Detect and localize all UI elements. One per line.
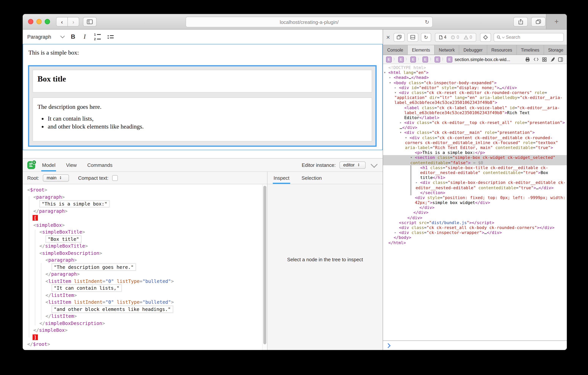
dom-tree-row[interactable]: ▾<div class="ck ck-reset ck-editor ck-ro…	[383, 90, 567, 95]
dom-tree-row[interactable]: <p>This is a simple box:</p>	[383, 150, 567, 155]
dom-tree-row[interactable]: </div>	[383, 215, 567, 220]
expand-arrow-down-icon[interactable]: ▾	[400, 130, 402, 135]
expand-arrow-down-icon[interactable]: ▾	[410, 155, 412, 160]
inspector-tab-model[interactable]: Model	[41, 158, 56, 171]
intro-paragraph[interactable]: This is a simple box:	[28, 49, 79, 56]
dom-tree-row[interactable]: ▸<div class="ck-inspector-wrapper">…</di…	[383, 230, 567, 235]
detach-button[interactable]	[394, 33, 405, 42]
devtools-tab-timelines[interactable]: Timelines	[517, 45, 544, 55]
tab-overview-button[interactable]	[531, 17, 546, 27]
collapse-inspector-icon[interactable]	[371, 161, 378, 168]
dom-tree-row[interactable]: ▾<div class="ck ck-editor__main" role="p…	[383, 130, 567, 135]
warning-count[interactable]: 0	[463, 35, 472, 39]
devtools-tab-console[interactable]: Console	[383, 45, 408, 55]
box-title[interactable]: Box title	[38, 74, 367, 84]
reload-icon[interactable]: ↻	[425, 19, 429, 25]
minimize-button[interactable]	[36, 19, 42, 24]
dom-tree-row[interactable]: </section>	[383, 190, 567, 195]
dom-tree-row[interactable]: </div>	[383, 210, 567, 215]
close-button[interactable]	[28, 19, 33, 24]
model-tree-row[interactable]: <paragraph>	[23, 257, 267, 264]
model-tree-row[interactable]: <simpleBox>	[23, 222, 267, 229]
dom-tree-row[interactable]: ▸<head>…</head>	[383, 75, 567, 80]
model-tree-row[interactable]: </paragraph>	[23, 271, 267, 278]
dom-tree-row[interactable]: corners ck-editor__editable_inline ck-fo…	[383, 140, 567, 145]
element-picker-button[interactable]	[480, 33, 491, 42]
devtools-tab-debugger[interactable]: Debugger	[459, 45, 487, 55]
expand-arrow-down-icon[interactable]: ▾	[389, 80, 391, 85]
breadcrumb-element-icon[interactable]: E	[410, 56, 416, 62]
devtools-tab-resources[interactable]: Resources	[487, 45, 517, 55]
close-devtools-button[interactable]: ✕	[386, 34, 390, 40]
dom-tree-row[interactable]: </div>	[383, 205, 567, 210]
simple-box-widget[interactable]: Box title The description goes here. It …	[28, 65, 377, 147]
devtools-reload-button[interactable]: ↻	[421, 33, 431, 42]
expand-arrow-right-icon[interactable]: ▸	[394, 85, 396, 90]
details-sidebar-icon[interactable]	[558, 57, 563, 62]
breadcrumb-element-icon[interactable]: E	[386, 56, 392, 62]
new-tab-button[interactable]: +	[546, 14, 567, 29]
model-tree-row[interactable]: <listItem listIndent="0" listType="bulle…	[23, 278, 267, 285]
expand-arrow-right-icon[interactable]: ▸	[416, 180, 418, 185]
dom-tree-row[interactable]: "application" dir="ltr" lang="en" aria-l…	[383, 95, 567, 100]
simple-box-description-area[interactable]: The description goes here. It can contai…	[32, 98, 372, 142]
address-bar[interactable]: localhost/creating-a-plugin/ ↻	[186, 17, 433, 27]
dom-tree-row[interactable]: <!DOCTYPE html>	[383, 65, 567, 70]
dom-tree-row[interactable]: editor__nested-editable" contenteditable…	[383, 170, 567, 175]
breadcrumb-element-icon[interactable]: E	[447, 56, 452, 62]
dom-tree-row[interactable]: contenteditable="false"> = $0	[383, 160, 567, 165]
model-tree-row[interactable]: <$root>	[23, 187, 267, 194]
expand-arrow-right-icon[interactable]: ▸	[394, 230, 396, 235]
dom-tree-row[interactable]: ▾<div class="ck ck-content ck-editor__ed…	[383, 135, 567, 140]
model-tree-row[interactable]: </simpleBoxDescription>	[23, 320, 267, 327]
breadcrumb-label[interactable]: section.simple-box.ck-wid...	[455, 57, 510, 62]
dom-tree-row[interactable]: title</h1>	[383, 175, 567, 180]
dom-tree-row[interactable]: Editor</label>	[383, 115, 567, 120]
model-tree-row[interactable]: </listItem>	[23, 313, 267, 320]
devtools-search-input[interactable]: Search	[494, 33, 564, 42]
expand-arrow-right-icon[interactable]: ▸	[389, 75, 391, 80]
expand-arrow-right-icon[interactable]: ▸	[400, 120, 402, 125]
bold-button[interactable]: B	[71, 33, 75, 40]
grid-icon[interactable]	[542, 57, 547, 62]
forward-button[interactable]: ›	[68, 17, 79, 26]
dock-bottom-button[interactable]	[407, 33, 418, 42]
model-tree-row[interactable]: [	[23, 215, 267, 222]
model-tree-row[interactable]: "The description goes here."	[23, 264, 267, 271]
dom-tree-row[interactable]: 42px;">simple box widget</div>	[383, 200, 567, 205]
dom-tree-row[interactable]: ▸<div class="simple-box-description ck-e…	[383, 180, 567, 185]
dom-tree-row[interactable]: label_e63cbbfece34c53ce23501062343f49b8"…	[383, 100, 567, 105]
dom-tree-row[interactable]: <h1 class="simple-box-title ck-editor__e…	[383, 165, 567, 170]
breadcrumb-element-icon[interactable]: E	[435, 56, 440, 62]
numbered-list-button[interactable]: 1 2	[94, 33, 101, 41]
model-tree-row[interactable]: </$root>	[23, 341, 267, 348]
italic-button[interactable]: I	[82, 33, 87, 41]
styles-brush-icon[interactable]	[550, 57, 555, 62]
inspector-tab-commands[interactable]: Commands	[87, 158, 113, 171]
zoom-button[interactable]	[45, 19, 50, 24]
expand-arrow-down-icon[interactable]: ▾	[405, 135, 407, 140]
resource-count[interactable]: 4	[439, 35, 446, 39]
model-tree-row[interactable]: <paragraph>	[23, 194, 267, 201]
model-tree-row[interactable]: </listItem>	[23, 292, 267, 299]
breadcrumb-element-icon[interactable]: E	[422, 56, 428, 62]
dom-tree-row[interactable]: ▸<div class="ck ck-editor__top ck-reset_…	[383, 120, 567, 125]
model-tree-row[interactable]: <listItem listIndent="0" listType="bulle…	[23, 299, 267, 306]
paragraph-dropdown[interactable]: Paragraph	[27, 34, 64, 40]
dom-tree-row[interactable]: <div class="ck ck-reset_all ck-body ck-r…	[383, 225, 567, 230]
model-tree-row[interactable]: "It can contain lists,"	[23, 285, 267, 292]
root-select[interactable]: main ▴▾	[43, 174, 69, 181]
print-icon[interactable]	[525, 57, 530, 62]
editor-content[interactable]: This is a simple box: Box title The desc…	[23, 44, 383, 150]
dom-tree-row[interactable]: …</div>	[383, 125, 567, 130]
model-tree-row[interactable]: </simpleBox>	[23, 327, 267, 334]
detail-tab-selection[interactable]: Selection	[301, 172, 323, 184]
dom-tree-row[interactable]: aria-label="Rich Text Editor, main" cont…	[383, 145, 567, 150]
back-button[interactable]: ‹	[56, 17, 68, 26]
inspector-tab-view[interactable]: View	[65, 158, 77, 171]
editor-instance-select[interactable]: editor ▴▾	[339, 161, 366, 168]
devtools-tab-storage[interactable]: Storage	[544, 45, 567, 55]
dom-tree-row[interactable]: ▸<div id="editor" style="display: none;"…	[383, 85, 567, 90]
model-tree-row[interactable]: ]	[23, 334, 267, 341]
dom-tree-row[interactable]: ▾<body class="ck-inspector-body-expanded…	[383, 80, 567, 85]
